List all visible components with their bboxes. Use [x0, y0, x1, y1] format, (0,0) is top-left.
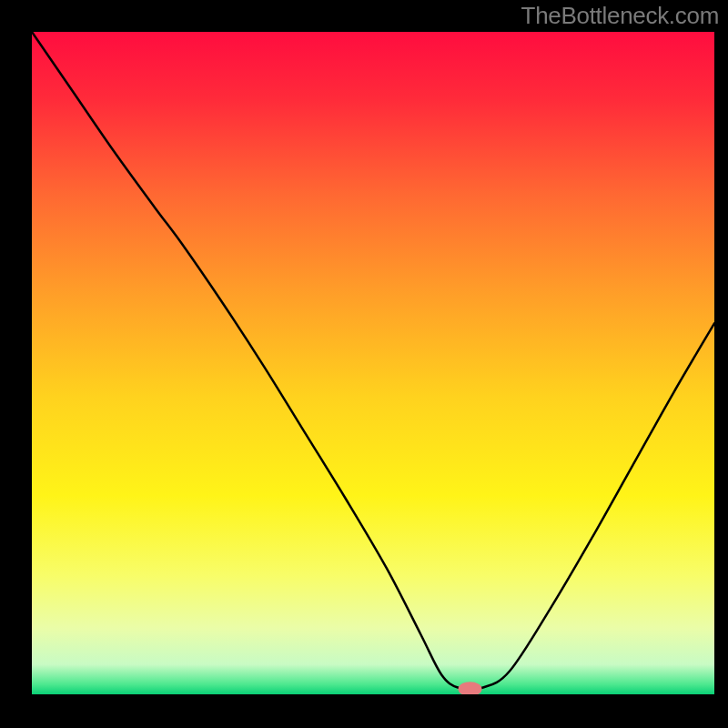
bottleneck-plot: [32, 32, 714, 694]
chart-frame: TheBottleneck.com: [0, 0, 728, 728]
gradient-background: [32, 32, 714, 694]
watermark-text: TheBottleneck.com: [521, 2, 719, 30]
